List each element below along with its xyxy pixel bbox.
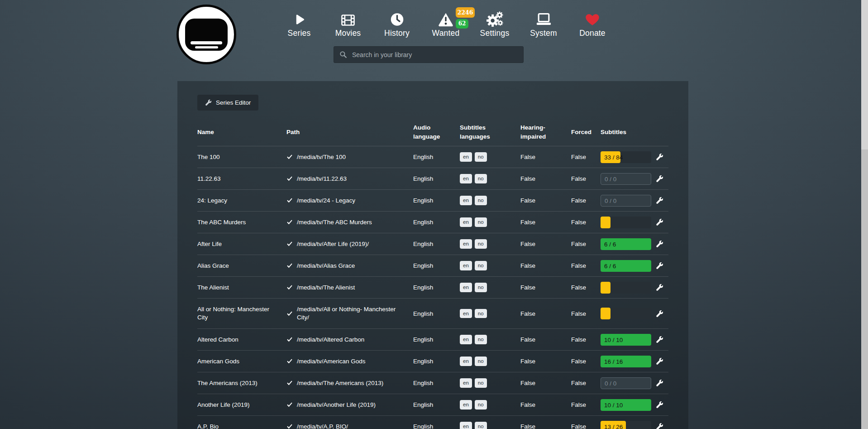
series-path-text: /media/tv/After Life (2019)/	[297, 240, 369, 248]
language-badges: enno	[460, 152, 520, 162]
language-badge: en	[460, 239, 472, 249]
check-icon	[286, 241, 293, 247]
language-badge: no	[475, 196, 487, 205]
edit-series-wrench-button[interactable]	[656, 262, 663, 270]
forced-value: False	[571, 284, 601, 291]
edit-series-wrench-button[interactable]	[656, 240, 663, 248]
nav-item-settings[interactable]: Settings	[470, 9, 519, 38]
audio-language: English	[413, 284, 460, 291]
laptop-icon	[519, 9, 568, 27]
language-badges: enno	[460, 378, 520, 388]
audio-language: English	[413, 197, 460, 204]
wrench-icon	[656, 240, 663, 248]
language-badges: enno	[460, 217, 520, 227]
series-path-text: /media/tv/Altered Carbon	[297, 336, 364, 344]
series-name: Another Life (2019)	[197, 401, 286, 409]
edit-series-wrench-button[interactable]	[656, 357, 663, 365]
wrench-icon	[656, 336, 663, 343]
check-icon	[286, 219, 293, 225]
subtitles-progress-label: 13 / 26	[604, 423, 623, 429]
edit-series-wrench-button[interactable]	[656, 310, 663, 318]
language-badges: enno	[460, 283, 520, 292]
nav-item-series[interactable]: Series	[275, 9, 324, 38]
edit-series-wrench-button[interactable]	[656, 284, 663, 291]
search-input[interactable]	[334, 46, 524, 63]
wrench-icon	[656, 262, 663, 270]
nav-label-series: Series	[275, 29, 324, 38]
table-row: All or Nothing: Manchester City /media/t…	[197, 298, 668, 328]
series-path-text: /media/tv/11.22.63	[297, 175, 347, 183]
series-path: /media/tv/The Alienist	[286, 284, 413, 292]
bazarr-series-editor-screen: Series Movies	[0, 0, 868, 429]
nav-item-wanted[interactable]: Wanted 2246 62	[421, 9, 470, 38]
language-badge: no	[475, 261, 487, 270]
hearing-impaired-value: False	[520, 197, 571, 204]
series-name: The 100	[197, 153, 286, 161]
edit-series-wrench-button[interactable]	[656, 336, 663, 343]
series-editor-button[interactable]: Series Editor	[197, 95, 258, 111]
nav-label-movies: Movies	[324, 29, 372, 38]
language-badge: en	[460, 400, 472, 410]
forced-value: False	[571, 241, 601, 247]
series-path-text: /media/tv/The 100	[297, 153, 346, 161]
hearing-impaired-value: False	[520, 219, 571, 226]
series-path-text: /media/tv/24 - Legacy	[297, 197, 355, 205]
wrench-icon	[205, 99, 212, 106]
wrench-icon	[656, 423, 663, 429]
language-badge: en	[460, 357, 472, 366]
audio-language: English	[413, 358, 460, 365]
hearing-impaired-value: False	[520, 358, 571, 365]
hearing-impaired-value: False	[520, 423, 571, 429]
table-row: American Gods /media/tv/American Gods En…	[197, 350, 668, 372]
subtitles-progress: 6 / 6	[601, 260, 651, 272]
edit-series-wrench-button[interactable]	[656, 379, 663, 387]
series-editor-panel: Series Editor Name Path Audio language S…	[177, 81, 688, 429]
edit-series-wrench-button[interactable]	[656, 218, 663, 226]
series-path-text: /media/tv/Another Life (2019)	[297, 401, 376, 409]
nav-label-system: System	[519, 29, 568, 38]
subtitles-progress-label: 33 / 84	[604, 154, 623, 160]
nav-item-donate[interactable]: Donate	[568, 9, 617, 38]
wrench-icon	[656, 379, 663, 387]
edit-series-wrench-button[interactable]	[656, 175, 663, 183]
vertical-scrollbar-thumb[interactable]	[861, 0, 868, 149]
check-icon	[286, 154, 293, 160]
series-table: Name Path Audio language Subtitles langu…	[197, 119, 668, 429]
subtitles-progress	[601, 282, 651, 294]
series-editor-button-label: Series Editor	[216, 99, 251, 106]
hearing-impaired-value: False	[520, 154, 571, 160]
table-row: Altered Carbon /media/tv/Altered Carbon …	[197, 328, 668, 350]
column-header-subtitles-languages: Subtitles languages	[460, 123, 520, 141]
series-path: /media/tv/Altered Carbon	[286, 336, 413, 344]
hearing-impaired-value: False	[520, 262, 571, 269]
language-badge: en	[460, 152, 472, 162]
vertical-scrollbar-track[interactable]	[861, 0, 868, 429]
series-path: /media/tv/11.22.63	[286, 175, 413, 183]
edit-series-wrench-button[interactable]	[656, 423, 663, 429]
edit-series-wrench-button[interactable]	[656, 153, 663, 161]
audio-language: English	[413, 423, 460, 429]
hearing-impaired-value: False	[520, 380, 571, 386]
table-row: A.P. Bio /media/tv/A.P. BIO/ English enn…	[197, 415, 668, 429]
series-path: /media/tv/American Gods	[286, 357, 413, 366]
audio-language: English	[413, 262, 460, 269]
language-badges: enno	[460, 196, 520, 205]
edit-series-wrench-button[interactable]	[656, 401, 663, 409]
hearing-impaired-value: False	[520, 175, 571, 182]
nav-item-system[interactable]: System	[519, 9, 568, 38]
language-badge: en	[460, 283, 472, 292]
series-name: After Life	[197, 240, 286, 248]
bazarr-logo[interactable]	[176, 5, 236, 64]
edit-series-wrench-button[interactable]	[656, 197, 663, 204]
nav-item-movies[interactable]: Movies	[324, 9, 372, 38]
series-name: The Americans (2013)	[197, 379, 286, 387]
table-row: Alias Grace /media/tv/Alias Grace Englis…	[197, 255, 668, 276]
forced-value: False	[571, 336, 601, 343]
audio-language: English	[413, 154, 460, 160]
nav-label-donate: Donate	[568, 29, 617, 38]
hearing-impaired-value: False	[520, 284, 571, 291]
wrench-icon	[656, 401, 663, 409]
table-row: 11.22.63 /media/tv/11.22.63 English enno…	[197, 168, 668, 189]
nav-item-history[interactable]: History	[372, 9, 421, 38]
check-icon	[286, 358, 293, 364]
